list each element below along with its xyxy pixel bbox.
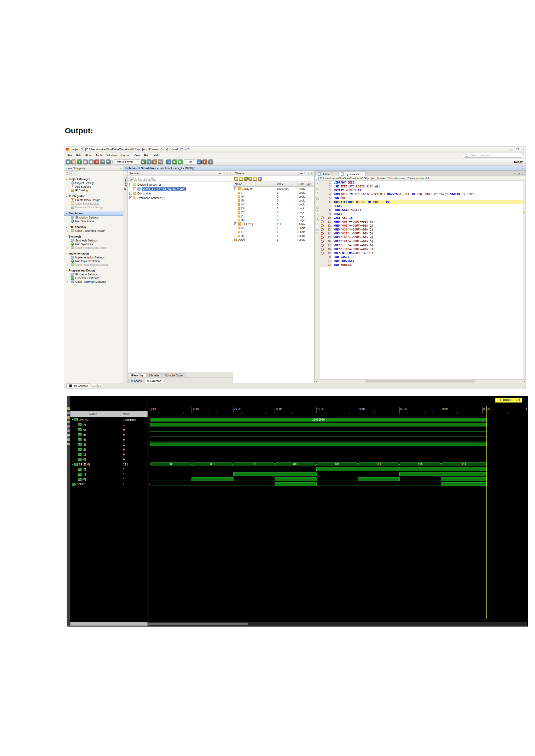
flow-item-run-implementation[interactable]: Run Implementation — [64, 259, 123, 263]
objects-row[interactable]: [3]1Logic — [233, 206, 314, 210]
tcl-console-tab[interactable]: Tcl Console — [66, 384, 90, 389]
objects-row[interactable]: DOUT1Logic — [233, 237, 314, 241]
code-line[interactable]: 15WHEN"100"=>DOUT<=DIN(4); — [320, 235, 523, 239]
wave-signal-row[interactable]: ▾SEL[2:0]111 — [70, 462, 148, 467]
objects-row[interactable]: [1]0Logic — [233, 214, 314, 218]
flow-item-open-hardware-manager[interactable]: ▸Open Hardware Manager — [64, 280, 123, 284]
expand-all-icon[interactable]: + — [74, 172, 78, 176]
expander-icon[interactable]: + — [133, 187, 136, 190]
objects-row[interactable]: −DIN[7:0]10001000Array — [233, 187, 314, 191]
objects-row[interactable]: [0]1Logic — [233, 234, 314, 237]
code-line[interactable]: 21END PROCESS; — [320, 259, 523, 263]
objects-row[interactable]: [2]0Logic — [233, 210, 314, 214]
code-line[interactable]: 10CASE SEL IS — [320, 216, 523, 220]
source-tree-item[interactable]: −Design Sources (1) — [128, 182, 233, 187]
console-option-icon[interactable]: □ — [92, 384, 96, 388]
expander-icon[interactable]: − — [234, 222, 237, 225]
expand-icon[interactable]: ▸ — [68, 230, 70, 232]
expand-icon[interactable]: ▸ — [68, 264, 70, 266]
find-icon[interactable]: ▸ — [316, 182, 319, 185]
wave-signal-row[interactable]: [3]1 — [70, 442, 148, 447]
menu-tools[interactable]: Tools — [94, 153, 104, 157]
code-line[interactable]: 22END BEH123; — [320, 263, 523, 267]
float-panel-icon[interactable]: ↗ — [307, 172, 310, 175]
outdent-icon[interactable]: « — [316, 226, 319, 230]
column-header-value[interactable]: Value — [276, 182, 297, 186]
undo-icon[interactable]: ↶ — [100, 159, 105, 164]
flow-item-simulation-settings[interactable]: Simulation Settings — [64, 216, 123, 219]
radix-icon[interactable]: # — [258, 177, 262, 181]
flow-item-open-elaborated-design[interactable]: ▸Open Elaborated Design — [64, 229, 123, 232]
open-project-icon[interactable]: ▤ — [71, 159, 76, 164]
wave-signal-row[interactable]: [1]0 — [70, 452, 148, 457]
flow-item-create-block-design[interactable]: Create Block Design — [64, 198, 123, 202]
editor-tab-myumux-vhd[interactable]: myumux.vhd× — [339, 172, 365, 176]
editor-horizontal-scrollbar[interactable]: ◂ ▸ — [315, 379, 525, 383]
code-line[interactable]: 5END MUX8_1; — [320, 196, 523, 200]
flow-navigator-header[interactable]: Flow Navigator « — [64, 166, 123, 171]
flow-item-add-sources[interactable]: Add Sources — [64, 185, 123, 188]
close-tab-icon[interactable]: × — [362, 173, 363, 176]
objects-row[interactable]: [5]0Logic — [233, 199, 314, 202]
float-panel-icon[interactable]: ↗ — [518, 172, 520, 176]
zoom-out-icon[interactable] — [67, 412, 70, 414]
menu-layout[interactable]: Layout — [119, 153, 132, 157]
scroll-right-icon[interactable]: ▸ — [524, 380, 525, 382]
expand-icon[interactable]: ▾ — [72, 418, 73, 421]
minimize-panel-icon[interactable]: — — [300, 172, 303, 175]
flow-item-synthesis-settings[interactable]: Synthesis Settings — [64, 239, 123, 242]
column-header-data-type[interactable]: Data Type — [297, 182, 314, 186]
code-line[interactable]: 8PROCESS(DIN,SEL) — [320, 208, 523, 212]
wave-signal-row[interactable]: DOUT1 — [70, 482, 148, 487]
wave-signal-row[interactable]: ▾DIN[7:0]10001000 — [70, 417, 148, 422]
comment-icon[interactable]: ¶ — [316, 217, 319, 221]
minimize-button[interactable]: — — [510, 148, 513, 151]
code-line[interactable]: 4PORT(DIN:IN STD_LOGIC_VECTOR(7 DOWNTO 0… — [320, 192, 523, 196]
title-bar[interactable]: project_3 - [C:/Users/omkar/OneDrive/Des… — [64, 147, 525, 152]
run-design-icon[interactable]: ▶ — [141, 159, 146, 164]
wave-signal-row[interactable]: [0]1 — [70, 477, 148, 482]
column-header-name[interactable]: Name — [233, 182, 276, 186]
expander-icon[interactable]: + — [129, 192, 132, 195]
close-tab-icon[interactable]: × — [335, 173, 336, 176]
flow-item-run-synthesis[interactable]: Run Synthesis — [64, 242, 123, 246]
wave-signal-row[interactable]: [2]0 — [70, 447, 148, 452]
relaunch-icon[interactable]: ○ — [208, 159, 213, 164]
column-header-name[interactable]: Name — [70, 413, 120, 416]
objects-row[interactable]: [4]0Logic — [233, 202, 314, 206]
restart-simulation-icon[interactable]: « — [166, 159, 171, 164]
console-search-icon[interactable] — [98, 384, 101, 388]
collapse-panel-icon[interactable]: « — [120, 167, 122, 170]
code-line[interactable]: 2USE IEEE.STD_LOGIC_1164.ALL; — [320, 185, 523, 188]
watch-icon[interactable]: ◉ — [253, 177, 257, 181]
flow-item-generate-block-design[interactable]: Generate Block Design — [64, 205, 123, 209]
wave-signal-row[interactable]: [7]1 — [70, 422, 148, 427]
objects-row[interactable]: −SEL[2:0]111Array — [233, 222, 314, 226]
wave-signal-row[interactable]: [1]1 — [70, 472, 148, 477]
add-icon[interactable]: + — [316, 186, 319, 190]
remove-icon[interactable]: − — [316, 191, 319, 194]
code-line[interactable]: 1LIBRARY IEEE; — [320, 181, 523, 185]
expander-icon[interactable]: − — [129, 183, 132, 186]
pause-icon[interactable]: ‖ — [203, 159, 208, 164]
minimize-panel-icon[interactable]: — — [219, 172, 221, 175]
slash-icon[interactable]: / — [316, 213, 319, 216]
view-reports-icon[interactable]: ◎ — [147, 159, 152, 164]
code-line[interactable]: 18WHEN"111"=>DOUT<=DIN(7); — [320, 247, 523, 251]
close-panel-icon[interactable]: × — [522, 173, 523, 176]
code-line[interactable]: 9BEGIN — [320, 212, 523, 216]
zoom-in-icon[interactable] — [67, 407, 70, 410]
dot-icon[interactable]: ◦ — [316, 204, 319, 207]
maximize-panel-icon[interactable]: □ — [514, 173, 516, 176]
menu-file[interactable]: File — [65, 153, 74, 157]
menu-flow[interactable]: Flow — [83, 153, 94, 157]
flow-section-header-simulation[interactable]: ◢Simulation — [64, 211, 123, 216]
close-button[interactable]: × — [522, 148, 524, 151]
measure-icon[interactable] — [67, 429, 70, 432]
flow-section-header-project-manager[interactable]: ◢Project Manager — [64, 177, 123, 181]
close-panel-icon[interactable]: × — [230, 172, 231, 175]
menu-edit[interactable]: Edit — [74, 153, 83, 157]
code-line[interactable]: 20END CASE; — [320, 255, 523, 259]
flow-item-implementation-settings[interactable]: Implementation Settings — [64, 256, 123, 259]
step-icon[interactable]: » — [197, 159, 202, 164]
